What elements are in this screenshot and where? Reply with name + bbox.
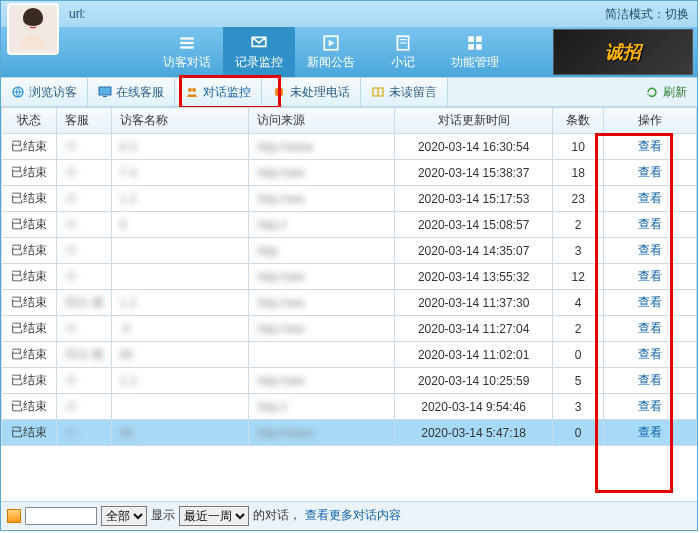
tab-online-cs[interactable]: 在线客服 xyxy=(88,78,175,106)
svg-rect-4 xyxy=(180,41,194,43)
cell-src: http://www xyxy=(249,420,395,446)
phone-icon xyxy=(272,85,286,99)
view-link[interactable]: 查看 xyxy=(638,373,662,387)
table-row[interactable]: 已结束小 .5http://ww2020-03-14 11:27:042查看 xyxy=(2,316,697,342)
col-name[interactable]: 访客名称 xyxy=(111,108,248,134)
cell-cs: 小 xyxy=(56,368,111,394)
nav-record-monitor[interactable]: 记录监控 xyxy=(223,27,295,77)
nav-label: 记录监控 xyxy=(235,54,283,71)
view-link[interactable]: 查看 xyxy=(638,269,662,283)
svg-point-18 xyxy=(192,88,196,92)
cell-time: 2020-03-14 16:30:54 xyxy=(394,134,552,160)
table-row[interactable]: 已结束小1 2http://ww2020-03-14 15:17:5323查看 xyxy=(2,186,697,212)
svg-rect-11 xyxy=(476,36,482,42)
view-link[interactable]: 查看 xyxy=(638,321,662,335)
cell-cs: 综合 服 xyxy=(56,290,111,316)
table-row[interactable]: 已结束小1 2http://ww2020-03-14 10:25:595查看 xyxy=(2,368,697,394)
view-link[interactable]: 查看 xyxy=(638,165,662,179)
people-icon xyxy=(185,85,199,99)
cell-time: 2020-03-14 13:55:32 xyxy=(394,264,552,290)
cell-cnt: 2 xyxy=(553,212,604,238)
view-link[interactable]: 查看 xyxy=(638,425,662,439)
tab-label: 对话监控 xyxy=(203,84,251,101)
tab-label: 未处理电话 xyxy=(290,84,350,101)
cell-cs: 综合 服 xyxy=(56,342,111,368)
compact-mode-toggle[interactable]: 简洁模式：切换 xyxy=(605,6,689,23)
cell-time: 2020-03-14 11:27:04 xyxy=(394,316,552,342)
cell-time: 2020-03-14 15:38:37 xyxy=(394,160,552,186)
nav-news[interactable]: 新闻公告 xyxy=(295,27,367,77)
cell-op: 查看 xyxy=(604,264,697,290)
cell-cnt: 4 xyxy=(553,290,604,316)
tab-unhandled-call[interactable]: 未处理电话 xyxy=(262,78,361,106)
cell-src xyxy=(249,342,395,368)
nav-label: 访客对话 xyxy=(163,54,211,71)
tab-unread-msg[interactable]: 未读留言 xyxy=(361,78,448,106)
tab-browse-visitors[interactable]: 浏览访客 xyxy=(1,78,88,106)
monitor-icon xyxy=(98,85,112,99)
cell-status: 已结束 xyxy=(2,316,57,342)
cell-op: 查看 xyxy=(604,238,697,264)
col-cnt[interactable]: 条数 xyxy=(553,108,604,134)
promo-banner[interactable]: 诚招 xyxy=(553,29,693,75)
cell-status: 已结束 xyxy=(2,238,57,264)
tab-dialog-monitor[interactable]: 对话监控 xyxy=(175,78,262,106)
cell-op: 查看 xyxy=(604,212,697,238)
table-row[interactable]: 已结束小8 3http://www2020-03-14 16:30:5410查看 xyxy=(2,134,697,160)
table-row[interactable]: 已结束小http://2020-03-14 9:54:463查看 xyxy=(2,394,697,420)
cell-cs: 小 xyxy=(56,264,111,290)
table-row[interactable]: 已结束综合 服 952020-03-14 11:02:010查看 xyxy=(2,342,697,368)
more-dialog-link[interactable]: 查看更多对话内容 xyxy=(305,507,401,524)
footer-filter-select[interactable]: 全部 xyxy=(101,506,147,526)
table-row[interactable]: 已结束小68http://www2020-03-14 5:47:180查看 xyxy=(2,420,697,446)
table-row[interactable]: 已结束小http://ww2020-03-14 13:55:3212查看 xyxy=(2,264,697,290)
view-link[interactable]: 查看 xyxy=(638,399,662,413)
col-time[interactable]: 对话更新时间 xyxy=(394,108,552,134)
svg-rect-12 xyxy=(468,44,474,50)
cell-status: 已结束 xyxy=(2,290,57,316)
cell-cs: 小 xyxy=(56,134,111,160)
user-avatar[interactable] xyxy=(7,3,63,67)
cell-op: 查看 xyxy=(604,316,697,342)
cell-status: 已结束 xyxy=(2,134,57,160)
footer-bar: 全部 显示 最近一周 的对话， 查看更多对话内容 xyxy=(1,501,697,529)
cell-src: http:// xyxy=(249,394,395,420)
table-row[interactable]: 已结束小 5http://2020-03-14 15:08:572查看 xyxy=(2,212,697,238)
col-src[interactable]: 访问来源 xyxy=(249,108,395,134)
cell-status: 已结束 xyxy=(2,264,57,290)
svg-point-17 xyxy=(188,88,192,92)
view-link[interactable]: 查看 xyxy=(638,295,662,309)
cell-cs: 小 xyxy=(56,186,111,212)
cell-src: http://ww xyxy=(249,368,395,394)
footer-search-box[interactable] xyxy=(25,507,97,525)
cell-name: .5 xyxy=(111,316,248,342)
cell-src: http://ww xyxy=(249,186,395,212)
cell-cnt: 18 xyxy=(553,160,604,186)
col-op[interactable]: 操作 xyxy=(604,108,697,134)
cell-cnt: 3 xyxy=(553,394,604,420)
nav-feature-mgmt[interactable]: 功能管理 xyxy=(439,27,511,77)
view-link[interactable]: 查看 xyxy=(638,217,662,231)
svg-rect-3 xyxy=(180,37,194,39)
view-link[interactable]: 查看 xyxy=(638,191,662,205)
cell-name: 1 2 xyxy=(111,186,248,212)
view-link[interactable]: 查看 xyxy=(638,347,662,361)
col-status[interactable]: 状态 xyxy=(2,108,57,134)
refresh-button[interactable]: 刷新 xyxy=(635,78,697,106)
cell-src: http:// xyxy=(249,212,395,238)
show-label: 显示 xyxy=(151,507,175,524)
nav-note[interactable]: 小记 xyxy=(367,27,439,77)
footer-period-select[interactable]: 最近一周 xyxy=(179,506,249,526)
cell-name: 1 2 xyxy=(111,368,248,394)
nav-visitor-chat[interactable]: 访客对话 xyxy=(151,27,223,77)
url-label: url: xyxy=(69,7,86,21)
table-row[interactable]: 已结束小7 4http://ww2020-03-14 15:38:3718查看 xyxy=(2,160,697,186)
cell-cnt: 23 xyxy=(553,186,604,212)
col-cs[interactable]: 客服 xyxy=(56,108,111,134)
view-link[interactable]: 查看 xyxy=(638,139,662,153)
view-link[interactable]: 查看 xyxy=(638,243,662,257)
table-row[interactable]: 已结束综合 服1 2http://ww2020-03-14 11:37:304查… xyxy=(2,290,697,316)
cell-cnt: 10 xyxy=(553,134,604,160)
main-nav: 访客对话 记录监控 新闻公告 小记 功能管理 诚招 xyxy=(1,27,697,77)
table-row[interactable]: 已结束小http:2020-03-14 14:35:073查看 xyxy=(2,238,697,264)
